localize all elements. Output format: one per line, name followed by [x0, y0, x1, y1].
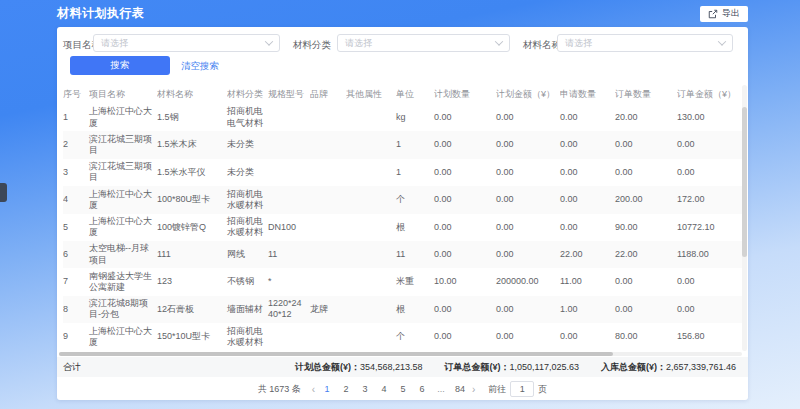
table-cell: 0.00 [496, 249, 560, 260]
table-cell: 0.00 [677, 304, 739, 315]
project-name-select[interactable]: 请选择 [93, 34, 280, 52]
table-row[interactable]: 7南钢盛达大学生公寓新建123不锈钢*米重10.00200000.0011.00… [63, 268, 742, 295]
column-header: 计划金额（¥） [496, 88, 560, 101]
table-cell: 招商机电 水暖材料 [227, 216, 268, 239]
page-number[interactable]: 84 [455, 384, 465, 394]
table-cell: 200000.00 [496, 276, 560, 287]
summary-row: 合计 计划总金额(¥)：354,568,213.58 订单总金额(¥)：1,05… [57, 357, 748, 377]
table-cell: 南钢盛达大学生公寓新建 [89, 271, 157, 294]
page-number[interactable]: 5 [398, 384, 408, 394]
table-cell: 个 [396, 194, 434, 205]
table-cell: 0.00 [496, 139, 560, 150]
table-cell: 上海松江中心大厦 [89, 326, 157, 349]
table-cell: 0.00 [496, 112, 560, 123]
pagination-total: 共 1673 条 [258, 383, 301, 396]
table-cell: 4 [63, 194, 89, 205]
page-number[interactable]: 4 [379, 384, 389, 394]
table-cell: 123 [157, 276, 227, 287]
order-total-label: 订单总金额(¥)： [445, 362, 510, 372]
table-cell: 上海松江中心大厦 [89, 189, 157, 212]
table-cell: 0.00 [496, 167, 560, 178]
table-row[interactable]: 4上海松江中心大厦100*80U型卡招商机电 水暖材料个0.000.000.00… [63, 186, 742, 213]
table-cell: 12石膏板 [157, 304, 227, 315]
vertical-scrollbar-thumb[interactable] [742, 107, 747, 257]
table-cell: 9 [63, 331, 89, 342]
inbound-total-label: 入库总金额(¥)： [601, 362, 666, 372]
table-cell: 0.00 [560, 331, 615, 342]
table-cell: 10772.10 [677, 222, 739, 233]
export-button[interactable]: 导出 [700, 6, 748, 22]
vertical-scrollbar[interactable] [742, 85, 747, 351]
page-numbers: 123456...84 [322, 384, 465, 394]
table-row[interactable]: 9上海松江中心大厦150*10U型卡招商机电 水暖材料个0.000.000.00… [63, 323, 742, 350]
table-cell: 0.00 [434, 167, 496, 178]
material-name-placeholder: 请选择 [565, 37, 592, 50]
project-name-placeholder: 请选择 [101, 37, 128, 50]
export-icon [708, 9, 718, 19]
table-row[interactable]: 1上海松江中心大厦1.5钢招商机电 电气材料kg0.000.000.0020.0… [63, 104, 742, 131]
table-cell: 3 [63, 167, 89, 178]
column-header: 材料名称 [157, 88, 227, 101]
table-cell: 111 [157, 249, 227, 260]
table-cell: 0.00 [615, 304, 677, 315]
table-cell: 不锈钢 [227, 276, 268, 287]
horizontal-scrollbar-thumb[interactable] [59, 352, 613, 356]
table-cell: 墙面辅材 [227, 304, 268, 315]
page-number[interactable]: 1 [322, 384, 332, 394]
prev-page-button[interactable]: ‹ [312, 384, 315, 395]
table-cell: 招商机电 水暖材料 [227, 326, 268, 349]
page-number[interactable]: 6 [417, 384, 427, 394]
column-header: 规格型号 [268, 88, 310, 101]
page-number[interactable]: 2 [341, 384, 351, 394]
table-cell: 0.00 [434, 112, 496, 123]
search-button[interactable]: 搜索 [70, 56, 170, 75]
page-title: 材料计划执行表 [57, 5, 145, 22]
column-header: 订单数量 [615, 88, 677, 101]
table-cell: 招商机电 电气材料 [227, 106, 268, 129]
table-cell: 未分类 [227, 139, 268, 150]
table-cell: kg [396, 112, 434, 123]
table-row[interactable]: 5上海松江中心大厦100镀锌管Q招商机电 水暖材料DN100根0.000.000… [63, 214, 742, 241]
table-cell: 172.00 [677, 194, 739, 205]
table-cell: 0.00 [434, 304, 496, 315]
side-drawer-handle[interactable] [0, 183, 7, 202]
table-cell: 200.00 [615, 194, 677, 205]
table-cell: 0.00 [677, 276, 739, 287]
next-page-button[interactable]: › [472, 384, 475, 395]
table-body: 1上海松江中心大厦1.5钢招商机电 电气材料kg0.000.000.0020.0… [63, 104, 742, 351]
summary-totals: 计划总金额(¥)：354,568,213.58 订单总金额(¥)：1,050,1… [295, 361, 736, 374]
total-label: 合计 [63, 361, 81, 374]
table-cell: 上海松江中心大厦 [89, 216, 157, 239]
horizontal-scrollbar[interactable] [59, 352, 742, 356]
table-cell: 1.5米水平仪 [157, 167, 227, 178]
material-category-select[interactable]: 请选择 [337, 34, 510, 52]
table-cell: 11 [396, 249, 434, 260]
table-cell: 招商机电 水暖材料 [227, 189, 268, 212]
table-cell: 22.00 [560, 249, 615, 260]
table-cell: 根 [396, 304, 434, 315]
material-name-label: 材料名称 [523, 39, 561, 52]
order-total: 订单总金额(¥)：1,050,117,025.63 [445, 361, 579, 374]
material-category-placeholder: 请选择 [345, 37, 372, 50]
table-cell: 90.00 [615, 222, 677, 233]
table-row[interactable]: 2滨江花城三期项目1.5米木床未分类10.000.000.000.000.00 [63, 131, 742, 158]
table-cell: 1 [63, 112, 89, 123]
column-header: 材料分类 [227, 88, 268, 101]
clear-search-link[interactable]: 清空搜索 [181, 60, 219, 73]
page-number[interactable]: 3 [360, 384, 370, 394]
order-total-value: 1,050,117,025.63 [510, 362, 579, 372]
table-cell: 0.00 [434, 222, 496, 233]
goto-page-input[interactable] [510, 381, 534, 397]
table-cell: 0.00 [560, 139, 615, 150]
column-header: 单位 [396, 88, 434, 101]
table-row[interactable]: 8滨江花城8期项目-分包12石膏板墙面辅材1220*2440*12龙牌根0.00… [63, 296, 742, 323]
table-cell: 1.5钢 [157, 112, 227, 123]
plan-total-value: 354,568,213.58 [360, 362, 423, 372]
table-row[interactable]: 3滨江花城三期项目1.5米水平仪未分类10.000.000.000.000.00 [63, 159, 742, 186]
material-name-select[interactable]: 请选择 [557, 34, 733, 52]
table-cell: 5 [63, 222, 89, 233]
table-cell: 滨江花城三期项目 [89, 134, 157, 157]
table-cell: 1 [396, 167, 434, 178]
table-cell: 上海松江中心大厦 [89, 106, 157, 129]
table-row[interactable]: 6太空电梯--月球项目111网线11110.000.0022.0022.0011… [63, 241, 742, 268]
